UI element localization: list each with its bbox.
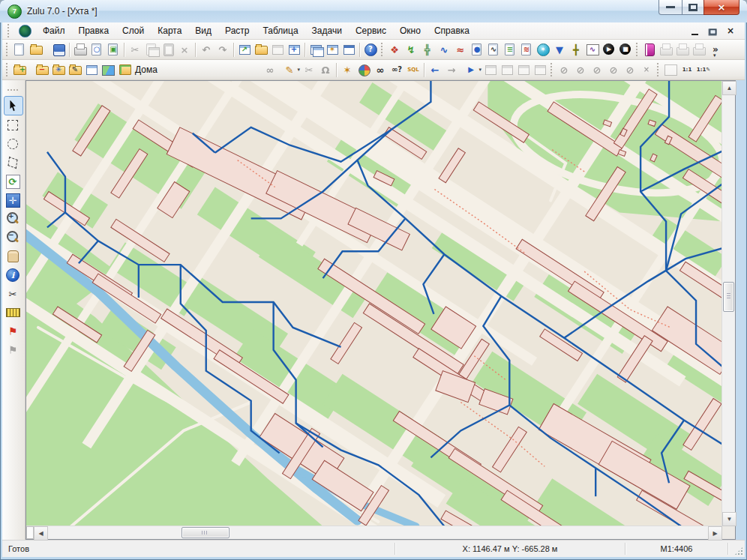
tool-select[interactable]	[4, 96, 23, 115]
tool-zoom-in[interactable]: +	[4, 210, 22, 228]
horizontal-scroll-thumb[interactable]	[182, 527, 230, 538]
new-window-button[interactable]: ✶	[324, 41, 340, 58]
menu-table[interactable]: Таблица	[256, 23, 305, 38]
water-drop-button[interactable]: ▼	[551, 41, 568, 58]
hydrant-button[interactable]: ╋	[568, 41, 584, 58]
scroll-up-button[interactable]: ▲	[722, 81, 736, 95]
tool-flag[interactable]: ⚑	[4, 322, 22, 340]
tool-ruler[interactable]	[4, 304, 22, 322]
tool-select-rect[interactable]	[4, 116, 22, 134]
new-file-button[interactable]	[11, 41, 28, 58]
layer-new-button[interactable]: ✳	[50, 61, 67, 78]
layer-remove-button[interactable]: −	[34, 61, 50, 78]
tool-zoom-out[interactable]: −	[4, 229, 22, 247]
scroll-down-button[interactable]: ▼	[722, 512, 736, 526]
toolbar-grip[interactable]	[5, 43, 8, 56]
edit-object-button[interactable]: ✎	[278, 61, 301, 78]
tool-select-poly[interactable]	[4, 154, 22, 172]
menu-service[interactable]: Сервис	[349, 23, 393, 38]
play-button[interactable]: ▶	[601, 41, 617, 58]
mdi-minimize-button[interactable]	[689, 26, 700, 35]
cascade-windows-button[interactable]	[308, 41, 324, 58]
pipe-segment-button[interactable]: ≈	[452, 41, 469, 58]
open-map-button[interactable]	[253, 41, 269, 58]
pump-tool-button[interactable]: ∿	[436, 41, 452, 58]
query-key-button[interactable]: ✶	[339, 61, 356, 78]
tool-fit-extent[interactable]: ✛	[4, 191, 22, 209]
scale-1-1-button[interactable]: 1:1	[679, 61, 695, 78]
import-map-button[interactable]: ↗	[236, 41, 253, 58]
close-button[interactable]: ×	[704, 0, 740, 15]
mdi-restore-button[interactable]	[707, 26, 718, 35]
resize-grip[interactable]	[728, 541, 745, 557]
goto-flag-button[interactable]: ▶	[460, 61, 482, 78]
map-canvas[interactable]	[26, 81, 722, 526]
menu-tasks[interactable]: Задачи	[305, 23, 349, 38]
active-layer-selector[interactable]: Дома	[116, 64, 239, 75]
menu-help[interactable]: Справка	[428, 23, 476, 38]
menu-window[interactable]: Окно	[393, 23, 428, 38]
mdi-close-button[interactable]: ×	[725, 26, 736, 35]
layer-edit-button[interactable]: ✎	[67, 61, 83, 78]
save-file-button[interactable]	[50, 41, 67, 58]
toolbar-grip[interactable]	[5, 63, 8, 76]
export-button[interactable]: ▣	[105, 41, 122, 58]
piezometric-button[interactable]: ✶	[535, 41, 551, 58]
toolbar-grip[interactable]	[8, 88, 20, 92]
report-chart-button[interactable]: ∿	[485, 41, 502, 58]
graph-button[interactable]: ∿	[584, 41, 601, 58]
find-button[interactable]: ∞	[372, 61, 388, 78]
scroll-left-button[interactable]: ◀	[34, 526, 48, 541]
horizontal-scrollbar[interactable]: ◀ ▶	[26, 526, 722, 539]
layer-props-button[interactable]	[83, 61, 100, 78]
menu-edit[interactable]: Правка	[72, 23, 116, 38]
vertical-scroll-thumb[interactable]	[723, 282, 734, 312]
db-copy-button	[674, 41, 691, 58]
tool-info[interactable]: i	[4, 266, 22, 284]
menubar-grip[interactable]	[7, 24, 10, 37]
overflow-button[interactable]: »	[707, 41, 724, 58]
network-analysis-button[interactable]: ❖	[386, 41, 403, 58]
report-flags-button[interactable]: ≋	[518, 41, 535, 58]
back-button[interactable]: ←	[427, 61, 443, 78]
raster-button[interactable]	[100, 61, 116, 78]
print-preview-button[interactable]: ○	[88, 41, 105, 58]
minimize-button[interactable]	[658, 0, 682, 15]
pipeline-mode-button[interactable]: ↯	[403, 41, 419, 58]
add-map-button[interactable]: +	[286, 41, 302, 58]
menu-map[interactable]: Карта	[151, 23, 188, 38]
menu-layer[interactable]: Слой	[116, 23, 151, 38]
menu-view[interactable]: Вид	[188, 23, 218, 38]
report-lines-button[interactable]: ≡	[502, 41, 518, 58]
re-button	[662, 61, 679, 78]
menu-file[interactable]: Файл	[36, 23, 72, 38]
toolbar-grip[interactable]	[635, 43, 638, 56]
toolbar-grip[interactable]	[380, 43, 383, 56]
stop-button[interactable]: ■	[617, 41, 634, 58]
toolbar-grip[interactable]	[656, 63, 659, 76]
report-water-button[interactable]: ●	[469, 41, 485, 58]
print-button[interactable]	[72, 41, 88, 58]
open-file-button[interactable]	[28, 41, 50, 58]
tool-node-edit[interactable]: ✂	[4, 285, 22, 303]
tool-pan[interactable]	[4, 247, 22, 265]
vertical-scrollbar[interactable]: ▲ ▼	[722, 81, 735, 526]
database-button[interactable]	[356, 61, 372, 78]
restore-button[interactable]	[682, 0, 704, 15]
tile-windows-button[interactable]	[340, 41, 357, 58]
pane-splitter[interactable]	[26, 526, 34, 539]
valve-tool-button[interactable]: ╬	[419, 41, 436, 58]
scale-edit-button[interactable]: 1:1✎	[695, 61, 712, 78]
help-button[interactable]: ?	[362, 41, 379, 58]
horizontal-scroll-track[interactable]	[48, 526, 708, 539]
sql-button[interactable]: SQL	[405, 61, 422, 78]
menu-raster[interactable]: Растр	[218, 23, 256, 38]
find-query-button[interactable]: ∞?	[388, 61, 405, 78]
scroll-right-button[interactable]: ▶	[708, 526, 722, 541]
table-button[interactable]	[641, 41, 658, 58]
toolbar-grip[interactable]	[550, 63, 553, 76]
title-bar[interactable]: 7 Zulu 7.0 - [Ухта *] ×	[0, 0, 747, 22]
tool-select-circle[interactable]	[4, 135, 22, 153]
layer-add-button[interactable]: +	[11, 61, 34, 78]
tool-refresh[interactable]: ⟳	[4, 172, 22, 190]
